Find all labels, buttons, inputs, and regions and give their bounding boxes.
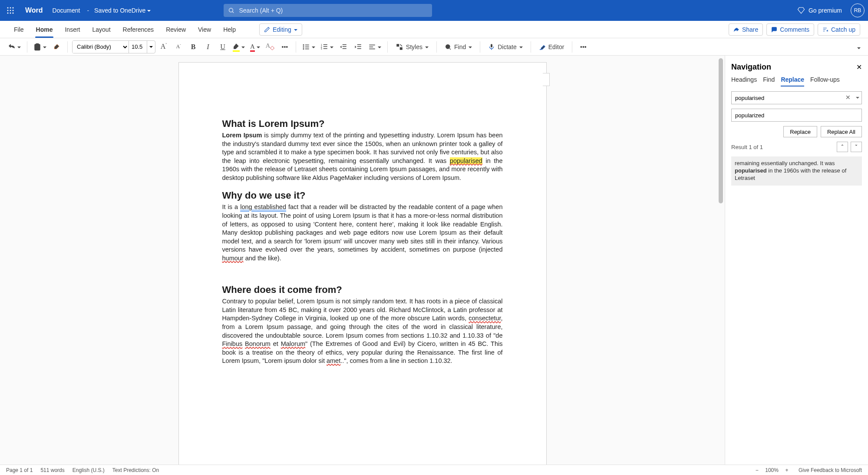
go-premium-button[interactable]: Go premium — [797, 7, 842, 14]
heading-3[interactable]: Where does it come from? — [222, 284, 503, 296]
text-bold: Lorem Ipsum — [222, 132, 262, 139]
pencil-icon — [264, 27, 270, 33]
italic-button[interactable]: I — [201, 40, 215, 53]
styles-icon — [396, 43, 403, 51]
search-icon — [228, 7, 234, 14]
paragraph-1[interactable]: Lorem Ipsum is simply dummy text of the … — [222, 131, 503, 182]
save-status[interactable]: Saved to OneDrive — [94, 7, 151, 14]
chevron-down-icon — [17, 43, 21, 50]
font-color-button[interactable]: A — [248, 40, 262, 53]
search-input[interactable] — [239, 7, 428, 14]
font-size-stepper[interactable] — [147, 41, 155, 53]
nav-tab-find[interactable]: Find — [763, 76, 775, 86]
heading-2[interactable]: Why do we use it? — [222, 190, 503, 201]
catch-up-icon — [822, 27, 828, 33]
ribbon-expand-button[interactable] — [852, 41, 865, 54]
share-button[interactable]: Share — [729, 23, 763, 36]
close-icon[interactable]: ✕ — [856, 63, 862, 71]
increase-indent-button[interactable] — [352, 40, 365, 53]
highlight-button[interactable] — [231, 40, 247, 53]
highlighted-misspell: popularised — [450, 157, 482, 164]
align-button[interactable] — [366, 40, 383, 53]
next-result-button[interactable]: ˇ — [851, 142, 862, 152]
svg-point-1 — [10, 7, 11, 9]
svg-rect-17 — [305, 48, 309, 49]
numbering-button[interactable]: 123 — [319, 40, 335, 53]
more-ribbon-button[interactable]: ••• — [577, 40, 590, 53]
decrease-indent-button[interactable] — [337, 40, 350, 53]
diamond-icon — [797, 7, 805, 14]
replace-all-button[interactable]: Replace All — [821, 126, 862, 137]
tab-home[interactable]: Home — [30, 21, 59, 38]
numbering-icon: 123 — [320, 43, 328, 51]
grow-font-button[interactable]: Aˆ — [157, 40, 170, 53]
svg-line-34 — [449, 48, 451, 50]
tab-review[interactable]: Review — [160, 21, 192, 38]
prev-result-button[interactable]: ˆ — [837, 142, 848, 152]
svg-rect-15 — [305, 47, 309, 47]
scrollbar[interactable] — [719, 58, 723, 462]
paragraph-2[interactable]: It is a long established fact that a rea… — [222, 203, 503, 262]
nav-tab-headings[interactable]: Headings — [731, 76, 757, 86]
heading-1[interactable]: What is Lorem Ipsum? — [222, 118, 503, 130]
tab-help[interactable]: Help — [217, 21, 242, 38]
paste-button[interactable] — [32, 40, 48, 53]
svg-point-5 — [13, 10, 14, 11]
find-button[interactable]: Find — [441, 40, 475, 53]
chevron-down-icon[interactable] — [856, 94, 859, 101]
editing-mode-button[interactable]: Editing — [259, 23, 302, 36]
document-name[interactable]: Document — [51, 7, 82, 14]
clear-icon[interactable]: ✕ — [845, 94, 851, 101]
comments-button[interactable]: Comments — [766, 23, 814, 36]
clear-formatting-button[interactable]: A◇ — [264, 40, 277, 53]
replace-button[interactable]: Replace — [783, 126, 817, 137]
status-word-count[interactable]: 511 words — [40, 467, 64, 473]
status-page[interactable]: Page 1 of 1 — [6, 467, 33, 473]
app-launcher-icon[interactable] — [3, 3, 17, 17]
tab-references[interactable]: References — [117, 21, 160, 38]
highlight-icon — [233, 43, 240, 50]
grow-font-icon: Aˆ — [161, 43, 167, 50]
paragraph-3[interactable]: Contrary to popular belief, Lorem Ipsum … — [222, 297, 503, 365]
feedback-link[interactable]: Give Feedback to Microsoft — [799, 467, 862, 473]
document-canvas[interactable]: What is Lorem Ipsum? Lorem Ipsum is simp… — [0, 56, 725, 465]
search-box[interactable] — [224, 4, 432, 17]
bold-button[interactable]: B — [187, 40, 200, 53]
editor-button[interactable]: Editor — [535, 40, 568, 53]
nav-tab-replace[interactable]: Replace — [781, 76, 804, 86]
editing-mode-label: Editing — [273, 26, 291, 33]
zoom-level[interactable]: 100% — [765, 467, 779, 473]
tab-layout[interactable]: Layout — [86, 21, 116, 38]
catch-up-button[interactable]: Catch up — [818, 23, 860, 36]
page[interactable]: What is Lorem Ipsum? Lorem Ipsum is simp… — [179, 63, 546, 465]
svg-point-8 — [13, 13, 14, 14]
user-avatar[interactable]: RB — [851, 3, 865, 17]
tab-insert[interactable]: Insert — [59, 21, 86, 38]
zoom-out-button[interactable]: − — [753, 466, 761, 474]
ellipsis-icon: ••• — [281, 43, 288, 50]
shrink-font-button[interactable]: Aˇ — [172, 40, 185, 53]
align-icon — [368, 43, 376, 51]
font-family-select[interactable]: Calibri (Body) — [73, 41, 129, 53]
search-result-item[interactable]: remaining essentially unchanged. It was … — [731, 156, 862, 186]
status-language[interactable]: English (U.S.) — [73, 467, 105, 473]
bullets-button[interactable] — [300, 40, 317, 53]
more-font-button[interactable]: ••• — [278, 40, 291, 53]
scrollbar-thumb[interactable] — [719, 58, 723, 203]
svg-rect-30 — [369, 44, 375, 45]
undo-button[interactable] — [6, 40, 23, 53]
find-input[interactable] — [731, 91, 862, 104]
tab-file[interactable]: File — [8, 21, 30, 38]
font-size-input[interactable] — [129, 41, 147, 53]
chevron-down-icon — [519, 43, 523, 50]
format-painter-button[interactable] — [50, 40, 63, 53]
tab-view[interactable]: View — [192, 21, 217, 38]
styles-button[interactable]: Styles — [392, 40, 432, 53]
replace-input[interactable] — [731, 109, 862, 122]
dictate-button[interactable]: Dictate — [485, 40, 526, 53]
zoom-in-button[interactable]: + — [783, 466, 791, 474]
status-predictions[interactable]: Text Predictions: On — [112, 467, 159, 473]
nav-tab-followups[interactable]: Follow-ups — [810, 76, 840, 86]
svg-rect-29 — [357, 48, 361, 49]
underline-button[interactable]: U — [216, 40, 229, 53]
